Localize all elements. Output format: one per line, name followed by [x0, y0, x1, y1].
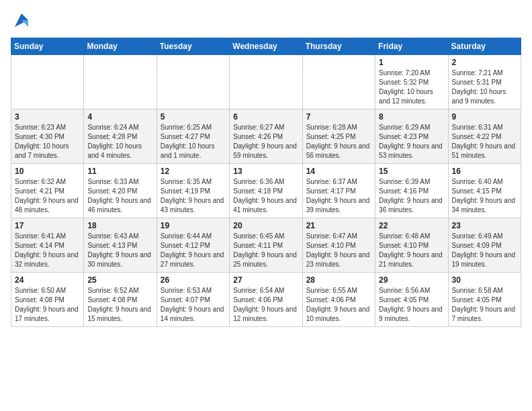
calendar-table: SundayMondayTuesdayWednesdayThursdayFrid… [11, 38, 521, 327]
calendar-day-6: 6Sunrise: 6:27 AM Sunset: 4:26 PM Daylig… [230, 109, 302, 164]
page-header [11, 11, 521, 30]
day-number: 20 [233, 221, 298, 230]
calendar-day-15: 15Sunrise: 6:39 AM Sunset: 4:16 PM Dayli… [375, 164, 448, 218]
day-info: Sunrise: 6:52 AM Sunset: 4:08 PM Dayligh… [87, 286, 152, 324]
day-info: Sunrise: 6:31 AM Sunset: 4:22 PM Dayligh… [452, 123, 517, 161]
day-number: 25 [87, 275, 152, 285]
day-number: 15 [379, 167, 444, 176]
day-info: Sunrise: 6:58 AM Sunset: 4:05 PM Dayligh… [452, 286, 517, 324]
day-info: Sunrise: 6:53 AM Sunset: 4:07 PM Dayligh… [161, 286, 226, 324]
col-header-thursday: Thursday [302, 38, 375, 55]
day-info: Sunrise: 6:41 AM Sunset: 4:14 PM Dayligh… [15, 232, 80, 269]
day-number: 10 [15, 167, 80, 176]
day-info: Sunrise: 6:56 AM Sunset: 4:05 PM Dayligh… [379, 286, 444, 324]
col-header-wednesday: Wednesday [230, 38, 302, 55]
calendar-day-30: 30Sunrise: 6:58 AM Sunset: 4:05 PM Dayli… [448, 273, 521, 327]
calendar-day-12: 12Sunrise: 6:35 AM Sunset: 4:19 PM Dayli… [157, 164, 229, 218]
day-number: 2 [452, 58, 517, 67]
day-number: 4 [87, 112, 152, 122]
day-info: Sunrise: 6:54 AM Sunset: 4:06 PM Dayligh… [233, 286, 298, 324]
calendar-day-5: 5Sunrise: 6:25 AM Sunset: 4:27 PM Daylig… [157, 109, 229, 164]
day-number: 9 [452, 112, 517, 122]
day-info: Sunrise: 7:20 AM Sunset: 5:32 PM Dayligh… [379, 68, 444, 106]
calendar-day-10: 10Sunrise: 6:32 AM Sunset: 4:21 PM Dayli… [11, 164, 84, 218]
day-number: 17 [15, 221, 80, 230]
day-number: 26 [161, 275, 226, 285]
calendar-week-1: 1Sunrise: 7:20 AM Sunset: 5:32 PM Daylig… [11, 55, 521, 109]
day-number: 19 [161, 221, 226, 230]
day-info: Sunrise: 6:32 AM Sunset: 4:21 PM Dayligh… [15, 177, 80, 215]
day-info: Sunrise: 6:40 AM Sunset: 4:15 PM Dayligh… [452, 177, 517, 215]
empty-cell [84, 55, 157, 109]
empty-cell [302, 55, 375, 109]
empty-cell [11, 55, 84, 109]
calendar-day-4: 4Sunrise: 6:24 AM Sunset: 4:28 PM Daylig… [84, 109, 157, 164]
calendar-day-26: 26Sunrise: 6:53 AM Sunset: 4:07 PM Dayli… [157, 273, 229, 327]
day-number: 22 [379, 221, 444, 230]
calendar-day-19: 19Sunrise: 6:44 AM Sunset: 4:12 PM Dayli… [157, 218, 229, 273]
day-number: 24 [15, 275, 80, 285]
col-header-monday: Monday [84, 38, 157, 55]
day-info: Sunrise: 6:28 AM Sunset: 4:25 PM Dayligh… [306, 123, 371, 161]
calendar-day-25: 25Sunrise: 6:52 AM Sunset: 4:08 PM Dayli… [84, 273, 157, 327]
day-number: 5 [161, 112, 226, 122]
day-number: 1 [379, 58, 444, 67]
day-info: Sunrise: 6:44 AM Sunset: 4:12 PM Dayligh… [161, 232, 226, 269]
calendar-day-1: 1Sunrise: 7:20 AM Sunset: 5:32 PM Daylig… [375, 55, 448, 109]
day-info: Sunrise: 6:36 AM Sunset: 4:18 PM Dayligh… [233, 177, 298, 215]
day-info: Sunrise: 6:45 AM Sunset: 4:11 PM Dayligh… [233, 232, 298, 269]
calendar-day-8: 8Sunrise: 6:29 AM Sunset: 4:23 PM Daylig… [375, 109, 448, 164]
day-number: 6 [233, 112, 298, 122]
day-info: Sunrise: 6:29 AM Sunset: 4:23 PM Dayligh… [379, 123, 444, 161]
day-number: 21 [306, 221, 371, 230]
calendar-day-9: 9Sunrise: 6:31 AM Sunset: 4:22 PM Daylig… [448, 109, 521, 164]
day-number: 23 [452, 221, 517, 230]
calendar-day-17: 17Sunrise: 6:41 AM Sunset: 4:14 PM Dayli… [11, 218, 84, 273]
day-number: 8 [379, 112, 444, 122]
day-info: Sunrise: 6:50 AM Sunset: 4:08 PM Dayligh… [15, 286, 80, 324]
day-number: 28 [306, 275, 371, 285]
day-info: Sunrise: 6:35 AM Sunset: 4:19 PM Dayligh… [161, 177, 226, 215]
col-header-saturday: Saturday [448, 38, 521, 55]
day-number: 27 [233, 275, 298, 285]
day-info: Sunrise: 6:55 AM Sunset: 4:06 PM Dayligh… [306, 286, 371, 324]
calendar-week-3: 10Sunrise: 6:32 AM Sunset: 4:21 PM Dayli… [11, 164, 521, 218]
day-number: 16 [452, 167, 517, 176]
day-info: Sunrise: 6:47 AM Sunset: 4:10 PM Dayligh… [306, 232, 371, 269]
day-info: Sunrise: 6:25 AM Sunset: 4:27 PM Dayligh… [161, 123, 226, 161]
svg-marker-1 [21, 20, 28, 27]
day-info: Sunrise: 6:49 AM Sunset: 4:09 PM Dayligh… [452, 232, 517, 269]
calendar-day-7: 7Sunrise: 6:28 AM Sunset: 4:25 PM Daylig… [302, 109, 375, 164]
calendar-day-23: 23Sunrise: 6:49 AM Sunset: 4:09 PM Dayli… [448, 218, 521, 273]
col-header-friday: Friday [375, 38, 448, 55]
calendar-day-18: 18Sunrise: 6:43 AM Sunset: 4:13 PM Dayli… [84, 218, 157, 273]
day-info: Sunrise: 6:48 AM Sunset: 4:10 PM Dayligh… [379, 232, 444, 269]
day-number: 14 [306, 167, 371, 176]
logo [11, 11, 31, 30]
day-info: Sunrise: 6:43 AM Sunset: 4:13 PM Dayligh… [87, 232, 152, 269]
day-number: 29 [379, 275, 444, 285]
calendar-day-28: 28Sunrise: 6:55 AM Sunset: 4:06 PM Dayli… [302, 273, 375, 327]
day-info: Sunrise: 6:24 AM Sunset: 4:28 PM Dayligh… [87, 123, 152, 161]
col-header-tuesday: Tuesday [157, 38, 229, 55]
calendar-day-2: 2Sunrise: 7:21 AM Sunset: 5:31 PM Daylig… [448, 55, 521, 109]
calendar-week-5: 24Sunrise: 6:50 AM Sunset: 4:08 PM Dayli… [11, 273, 521, 327]
calendar-day-22: 22Sunrise: 6:48 AM Sunset: 4:10 PM Dayli… [375, 218, 448, 273]
calendar-day-3: 3Sunrise: 6:23 AM Sunset: 4:30 PM Daylig… [11, 109, 84, 164]
day-number: 13 [233, 167, 298, 176]
empty-cell [230, 55, 302, 109]
day-info: Sunrise: 6:23 AM Sunset: 4:30 PM Dayligh… [15, 123, 80, 161]
day-number: 30 [452, 275, 517, 285]
day-info: Sunrise: 7:21 AM Sunset: 5:31 PM Dayligh… [452, 68, 517, 106]
calendar-day-29: 29Sunrise: 6:56 AM Sunset: 4:05 PM Dayli… [375, 273, 448, 327]
calendar-day-14: 14Sunrise: 6:37 AM Sunset: 4:17 PM Dayli… [302, 164, 375, 218]
day-info: Sunrise: 6:27 AM Sunset: 4:26 PM Dayligh… [233, 123, 298, 161]
day-info: Sunrise: 6:33 AM Sunset: 4:20 PM Dayligh… [87, 177, 152, 215]
day-number: 12 [161, 167, 226, 176]
calendar-day-24: 24Sunrise: 6:50 AM Sunset: 4:08 PM Dayli… [11, 273, 84, 327]
calendar-week-4: 17Sunrise: 6:41 AM Sunset: 4:14 PM Dayli… [11, 218, 521, 273]
col-header-sunday: Sunday [11, 38, 84, 55]
calendar-header-row: SundayMondayTuesdayWednesdayThursdayFrid… [11, 38, 521, 55]
day-number: 18 [87, 221, 152, 230]
calendar-day-16: 16Sunrise: 6:40 AM Sunset: 4:15 PM Dayli… [448, 164, 521, 218]
